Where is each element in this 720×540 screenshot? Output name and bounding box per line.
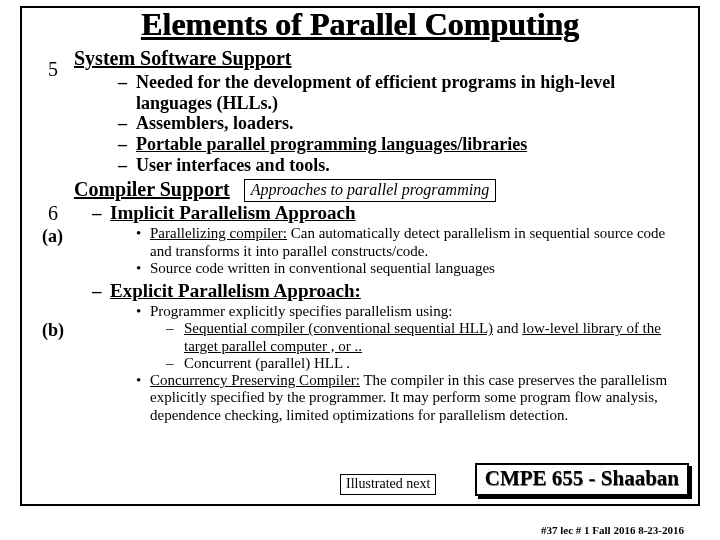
footer-text: #37 lec # 1 Fall 2016 8-23-2016 bbox=[20, 524, 700, 536]
bullet-text: Programmer explicitly specifies parallel… bbox=[150, 303, 686, 320]
section-5: System Software Support –Needed for the … bbox=[74, 47, 686, 175]
illustrated-next-box: Illustrated next bbox=[340, 474, 436, 495]
section-6: Compiler Support Approaches to parallel … bbox=[74, 178, 686, 202]
label-b: (b) bbox=[42, 320, 64, 341]
bullet-text: Sequential compiler (conventional sequen… bbox=[184, 320, 493, 336]
implicit-heading: –Implicit Parallelism Approach bbox=[92, 202, 686, 224]
slide-frame: Elements of Parallel Computing 5 6 (a) (… bbox=[20, 6, 700, 506]
section-5-bullets: –Needed for the development of efficient… bbox=[118, 72, 686, 175]
bullet-text: Parallelizing compiler: bbox=[150, 225, 287, 241]
explicit-heading: –Explicit Parallelism Approach: bbox=[92, 280, 686, 302]
section-number-5: 5 bbox=[48, 58, 58, 81]
bullet-text: and bbox=[493, 320, 522, 336]
implicit-title: Implicit Parallelism Approach bbox=[110, 202, 356, 223]
section-5-heading: System Software Support bbox=[74, 47, 686, 70]
bullet-text: User interfaces and tools. bbox=[136, 155, 686, 176]
label-a: (a) bbox=[42, 226, 63, 247]
explicit-bullets: •Programmer explicitly specifies paralle… bbox=[136, 303, 686, 424]
approaches-box: Approaches to parallel programming bbox=[244, 179, 496, 202]
section-6-heading: Compiler Support bbox=[74, 178, 230, 201]
section-number-6: 6 bbox=[48, 202, 58, 225]
bullet-text: Concurrency Preserving Compiler: bbox=[150, 372, 360, 388]
bullet-text: Needed for the development of efficient … bbox=[136, 72, 686, 113]
implicit-bullets: •Parallelizing compiler: Can automatical… bbox=[136, 225, 686, 277]
bullet-text: Portable parallel programming languages/… bbox=[136, 134, 686, 155]
slide-title: Elements of Parallel Computing bbox=[34, 6, 686, 43]
bullet-text: Assemblers, loaders. bbox=[136, 113, 686, 134]
bullet-text: Source code written in conventional sequ… bbox=[150, 260, 686, 277]
explicit-title: Explicit Parallelism Approach: bbox=[110, 280, 361, 301]
bullet-text: Concurrent (parallel) HLL . bbox=[184, 355, 686, 372]
course-box: CMPE 655 - Shaaban bbox=[475, 463, 689, 496]
